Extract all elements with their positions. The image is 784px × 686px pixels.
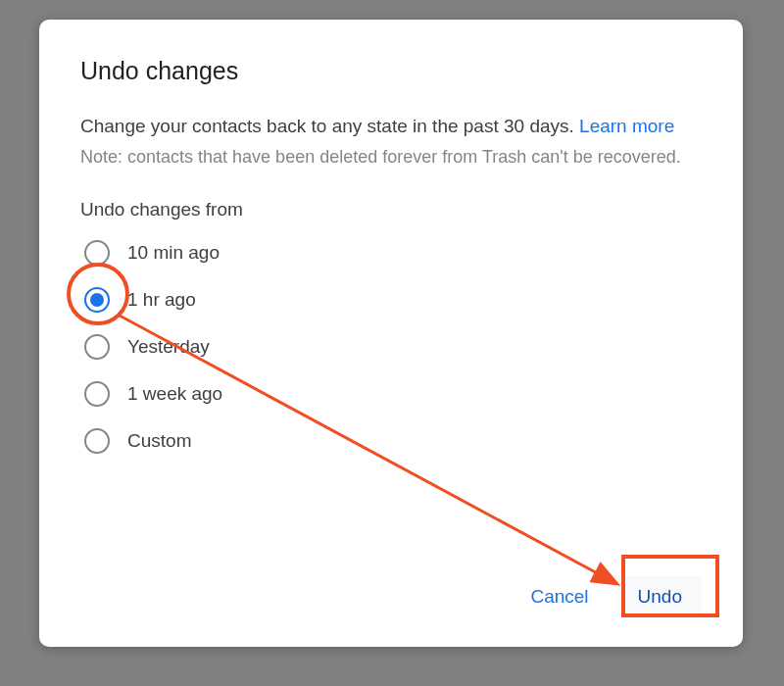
radio-icon: [84, 428, 110, 454]
cancel-button[interactable]: Cancel: [511, 576, 608, 617]
radio-option-custom[interactable]: Custom: [84, 428, 702, 454]
undo-button[interactable]: Undo: [618, 576, 702, 617]
radio-label: 1 week ago: [127, 383, 222, 405]
dialog-description: Change your contacts back to any state i…: [80, 113, 702, 141]
radio-label: Yesterday: [127, 336, 210, 358]
radio-option-1week[interactable]: 1 week ago: [84, 381, 702, 407]
dialog-title: Undo changes: [80, 57, 702, 85]
radio-label: Custom: [127, 430, 191, 452]
radio-group-undo-from: 10 min ago 1 hr ago Yesterday 1 week ago…: [80, 240, 702, 454]
dialog-note: Note: contacts that have been deleted fo…: [80, 145, 702, 170]
radio-icon: [84, 287, 110, 313]
radio-option-yesterday[interactable]: Yesterday: [84, 334, 702, 360]
undo-changes-dialog: Undo changes Change your contacts back t…: [39, 20, 743, 647]
dialog-description-text: Change your contacts back to any state i…: [80, 116, 574, 136]
learn-more-link[interactable]: Learn more: [579, 116, 674, 136]
radio-option-1hr[interactable]: 1 hr ago: [84, 287, 702, 313]
radio-icon: [84, 334, 110, 360]
radio-icon: [84, 381, 110, 407]
radio-option-10min[interactable]: 10 min ago: [84, 240, 702, 266]
radio-icon: [84, 240, 110, 266]
dialog-actions: Cancel Undo: [80, 576, 702, 617]
radio-label: 1 hr ago: [127, 289, 196, 311]
radio-label: 10 min ago: [127, 242, 220, 264]
section-label: Undo changes from: [80, 199, 702, 220]
